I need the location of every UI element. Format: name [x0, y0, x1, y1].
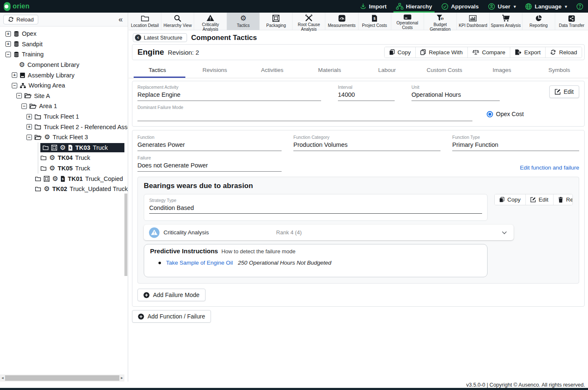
tree-item-opex[interactable]: + Opex: [0, 29, 128, 39]
tree-item-truck-fleet-2[interactable]: + Truck Fleet 2 - Referenced Asset: [0, 122, 128, 132]
tree-item-tk05[interactable]: ⚙ TK05 Truck: [40, 163, 128, 174]
tree-item-site-a[interactable]: − Site A: [0, 91, 128, 101]
collapse-sidebar-icon[interactable]: «: [119, 16, 123, 23]
tree-item-tk03[interactable]: ⚙ $ TK03 Truck: [40, 143, 128, 153]
expand-toggle[interactable]: +: [26, 114, 32, 119]
tree-item-working-area[interactable]: − Working Area: [0, 80, 128, 91]
copy-button[interactable]: Copy: [385, 47, 416, 58]
instruction-link[interactable]: Take Sample of Engine Oil: [166, 260, 233, 266]
add-function-failure-button[interactable]: Add Function / Failure: [132, 310, 211, 323]
opex-cost-radio-group[interactable]: Opex Cost: [487, 111, 524, 117]
dominant-failure-mode-field[interactable]: Dominant Failure Mode: [137, 105, 472, 121]
toolbar-operational-costs[interactable]: Operational Costs: [391, 13, 424, 30]
tab-materials[interactable]: Materials: [301, 62, 359, 78]
expand-toggle[interactable]: +: [5, 41, 11, 47]
tree-label: Truck Fleet 1: [44, 113, 79, 120]
tab-activities[interactable]: Activities: [243, 62, 301, 78]
replacement-activity-field[interactable]: Replacement Activity Replace Engine: [137, 85, 321, 101]
export-button[interactable]: Export: [510, 47, 545, 58]
toolbar-root-cause-analysis[interactable]: Root Cause Analysis: [293, 13, 325, 30]
edit-tactics-button[interactable]: Edit: [549, 85, 579, 98]
strategy-type-field[interactable]: Strategy Type Condition Based: [144, 194, 488, 221]
failure-mode-edit-button[interactable]: Edit: [525, 194, 553, 205]
tree-item-tk04[interactable]: ⚙ TK04 Truck: [40, 153, 128, 163]
expand-toggle[interactable]: +: [12, 72, 17, 78]
nav-language[interactable]: Language ▾: [520, 0, 572, 13]
toolbar-tactics[interactable]: ⚙ Tactics: [227, 13, 260, 30]
tree-item-truck-fleet-1[interactable]: + Truck Fleet 1: [0, 111, 128, 122]
scroll-right-icon[interactable]: ►: [120, 376, 124, 380]
function-category-field[interactable]: Function Category Production Volumes: [293, 135, 440, 151]
add-failure-mode-button[interactable]: Add Failure Mode: [137, 289, 206, 301]
toolbar-criticality-analysis[interactable]: Criticality Analysis: [194, 13, 227, 30]
expand-toggle[interactable]: +: [5, 31, 11, 37]
chevron-down-icon[interactable]: [502, 231, 507, 234]
latest-structure-button[interactable]: ‹ Latest Structure: [133, 33, 187, 42]
tree-item-tk02[interactable]: ⚙ TK02 Truck_Updated Truck: [0, 184, 128, 194]
unit-field[interactable]: Unit Operational Hours: [411, 85, 500, 101]
replace-with-button[interactable]: Replace With: [415, 47, 467, 58]
failure-field[interactable]: Failure Does not Generate Power: [137, 155, 282, 172]
toolbar-measurements[interactable]: Measurements: [325, 13, 358, 30]
tree-item-sandpit[interactable]: + Sandpit: [0, 39, 128, 50]
toolbar-kpi-dashboard[interactable]: KPI Dashboard: [457, 13, 490, 30]
failure-mode-remove-button[interactable]: Remove: [553, 194, 573, 205]
tree-item-area-1[interactable]: − Area 1: [0, 101, 128, 111]
field-value[interactable]: Primary Function: [452, 140, 579, 151]
edit-function-failure-link[interactable]: Edit function and failure: [520, 164, 579, 172]
field-value[interactable]: Does not Generate Power: [137, 161, 282, 172]
nav-import[interactable]: Import: [355, 0, 391, 13]
nav-help[interactable]: [572, 0, 588, 13]
sidebar-reload-button[interactable]: Reload: [3, 15, 38, 24]
field-value[interactable]: Condition Based: [149, 203, 482, 214]
selected-tree-item[interactable]: ⚙ $ TK03 Truck: [40, 143, 124, 152]
horizontal-scrollbar-thumb[interactable]: [5, 375, 119, 381]
tab-symbols[interactable]: Symbols: [530, 62, 588, 78]
tree-item-truck-fleet-3[interactable]: − ⚙ Truck Fleet 3: [0, 132, 128, 143]
toolbar-hierarchy-view[interactable]: Hierarchy View: [161, 13, 194, 30]
horizontal-scrollbar[interactable]: ◄ ►: [0, 374, 124, 382]
field-value[interactable]: Replace Engine: [137, 90, 321, 101]
tab-tactics[interactable]: Tactics: [129, 62, 186, 78]
tree-item-training[interactable]: − Training: [0, 49, 128, 60]
expand-toggle[interactable]: +: [26, 124, 32, 130]
tree-item-tk01[interactable]: ⚙ $ TK01 Truck_Copied: [0, 173, 128, 184]
toolbar-packaging[interactable]: Packaging: [260, 13, 293, 30]
expand-toggle[interactable]: −: [5, 52, 11, 57]
tab-images[interactable]: Images: [473, 62, 531, 78]
compare-button[interactable]: Compare: [467, 47, 510, 58]
field-value[interactable]: [137, 110, 472, 121]
toolbar-data-transfer[interactable]: Data Transfer: [555, 13, 588, 30]
function-type-field[interactable]: Function Type Primary Function: [452, 135, 579, 151]
tab-revisions[interactable]: Revisions: [186, 62, 244, 78]
expand-toggle[interactable]: −: [12, 83, 17, 88]
field-value[interactable]: Operational Hours: [411, 90, 500, 101]
field-value[interactable]: 14000: [338, 90, 395, 101]
opex-cost-radio[interactable]: [487, 111, 493, 117]
tab-labour[interactable]: Labour: [359, 62, 416, 78]
tree-code: TK03: [75, 144, 90, 151]
toolbar-spares-analysis[interactable]: Spares Analysis: [490, 13, 522, 30]
expand-toggle[interactable]: −: [16, 93, 22, 98]
failure-mode-copy-button[interactable]: Copy: [495, 194, 525, 205]
toolbar-reporting[interactable]: Reporting: [522, 13, 555, 30]
nav-user[interactable]: User ▾: [483, 0, 520, 13]
field-value[interactable]: Production Volumes: [293, 140, 440, 151]
toolbar-budget-generation[interactable]: $ Budget Generation: [424, 13, 457, 30]
reload-button[interactable]: Reload: [545, 47, 582, 58]
scroll-left-icon[interactable]: ◄: [1, 376, 4, 380]
interval-field[interactable]: Interval 14000: [338, 85, 395, 101]
expand-toggle[interactable]: −: [26, 135, 32, 140]
function-field[interactable]: Function Generates Power: [137, 135, 282, 151]
vertical-scrollbar-thumb[interactable]: [124, 194, 127, 276]
nav-approvals[interactable]: Approvals: [437, 0, 483, 13]
tree-item-component-library[interactable]: ⚙ Component Library: [0, 60, 128, 70]
nav-hierarchy[interactable]: Hierarchy: [391, 0, 437, 13]
toolbar-project-costs[interactable]: $ Project Costs: [359, 13, 391, 30]
criticality-analysis-accordion[interactable]: Criticality Analysis Rank 4 (4): [144, 225, 514, 240]
expand-toggle[interactable]: −: [21, 103, 27, 109]
tab-custom-costs[interactable]: Custom Costs: [416, 62, 473, 78]
toolbar-location-detail[interactable]: Location Detail: [129, 13, 161, 30]
field-value[interactable]: Generates Power: [137, 140, 282, 151]
tree-item-assembly-library[interactable]: + Assembly Library: [0, 70, 128, 80]
